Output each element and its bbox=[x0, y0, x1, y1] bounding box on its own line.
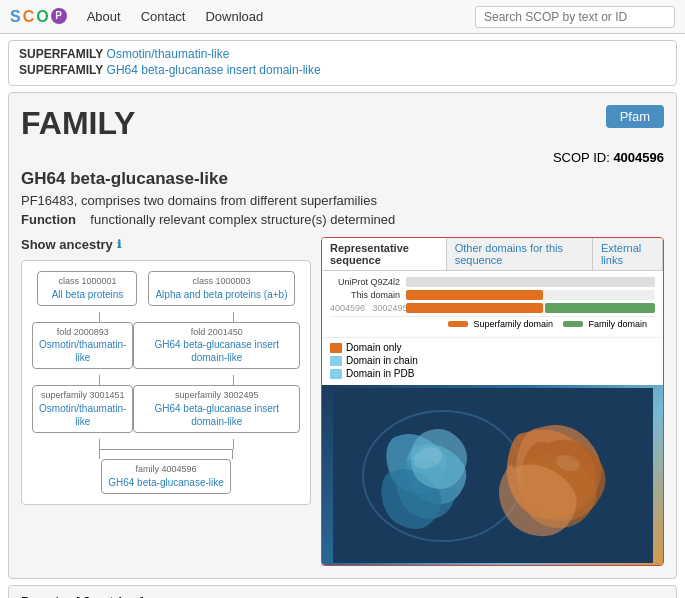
seq-label-2: 4004596 3002495 bbox=[330, 303, 400, 313]
structure-svg bbox=[333, 388, 653, 563]
nav-download[interactable]: Download bbox=[205, 9, 263, 24]
seq-bar-1 bbox=[406, 290, 655, 300]
family-header: FAMILY Pfam bbox=[21, 105, 664, 142]
class-node-2: class 1000003 Alpha and beta proteins (a… bbox=[148, 271, 294, 306]
seq-legend: Superfamily domain Family domain bbox=[330, 316, 655, 331]
bc-link-2[interactable]: GH64 beta-glucanase insert domain-like bbox=[107, 63, 321, 77]
domains-title: Domains [ bbox=[21, 594, 83, 598]
family-title: FAMILY bbox=[21, 105, 135, 142]
structure-panel: Representative sequence Other domains fo… bbox=[321, 237, 664, 566]
domains-count: 2 entries bbox=[83, 594, 136, 598]
navbar: S C O P About Contact Download bbox=[0, 0, 685, 34]
search-input[interactable] bbox=[475, 6, 675, 28]
breadcrumb-line-1: SUPERFAMILY Osmotin/thaumatin-like bbox=[19, 47, 666, 61]
domains-header: Domains [ 2 entries ] bbox=[9, 586, 676, 598]
dl-text-1: Domain only bbox=[346, 342, 402, 353]
fold-node-2: fold 2001450 GH64 beta-glucanase insert … bbox=[133, 322, 300, 370]
seq-bar-0 bbox=[406, 277, 655, 287]
fold-link-1[interactable]: Osmotin/thaumatin-like bbox=[39, 339, 126, 363]
structure-image bbox=[322, 385, 663, 565]
content-columns: Show ancestry ℹ class 1000001 All beta p… bbox=[21, 237, 664, 566]
pfam-button[interactable]: Pfam bbox=[606, 105, 664, 128]
graph-row-sf: superfamily 3001451 Osmotin/thaumatin-li… bbox=[32, 385, 300, 433]
legend-fam: Family domain bbox=[563, 319, 647, 329]
dl-box-2 bbox=[330, 356, 342, 366]
dl-item-3: Domain in PDB bbox=[330, 368, 655, 379]
breadcrumb-bar: SUPERFAMILY Osmotin/thaumatin-like SUPER… bbox=[8, 40, 677, 86]
graph-row-class: class 1000001 All beta proteins class 10… bbox=[32, 271, 300, 306]
seq-row-1: This domain bbox=[330, 290, 655, 300]
dl-box-3 bbox=[330, 369, 342, 379]
domains-title-close: ] bbox=[140, 594, 144, 598]
family-pf-desc: PF16483, comprises two domains from diff… bbox=[21, 193, 664, 208]
dl-box-1 bbox=[330, 343, 342, 353]
fold-link-2[interactable]: GH64 beta-glucanase insert domain-like bbox=[154, 339, 279, 363]
family-node-link[interactable]: GH64 beta-glucanase-like bbox=[108, 477, 224, 488]
nav-about[interactable]: About bbox=[87, 9, 121, 24]
domain-legend: Domain only Domain in chain Domain in PD… bbox=[322, 337, 663, 385]
seq-tab-ext[interactable]: External links bbox=[593, 238, 663, 270]
scop-id-value: 4004596 bbox=[613, 150, 664, 165]
dl-text-3: Domain in PDB bbox=[346, 368, 414, 379]
logo-s: S bbox=[10, 8, 21, 26]
seq-row-0: UniProt Q9Z4l2 bbox=[330, 277, 655, 287]
seq-viz: UniProt Q9Z4l2 This domain 4004596 30024… bbox=[322, 271, 663, 337]
seq-label-1: This domain bbox=[330, 290, 400, 300]
ancestry-info-icon[interactable]: ℹ bbox=[117, 238, 121, 251]
graph-row-fold: fold 2000893 Osmotin/thaumatin-like fold… bbox=[32, 322, 300, 370]
nav-contact[interactable]: Contact bbox=[141, 9, 186, 24]
scop-id-label: SCOP ID: bbox=[553, 150, 610, 165]
ancestry-title: Show ancestry ℹ bbox=[21, 237, 311, 252]
ancestry-panel: Show ancestry ℹ class 1000001 All beta p… bbox=[21, 237, 311, 566]
dl-item-2: Domain in chain bbox=[330, 355, 655, 366]
dl-text-2: Domain in chain bbox=[346, 355, 418, 366]
graph-row-family: family 4004596 GH64 beta-glucanase-like bbox=[32, 459, 300, 494]
seq-label-0: UniProt Q9Z4l2 bbox=[330, 277, 400, 287]
ancestry-graph: class 1000001 All beta proteins class 10… bbox=[21, 260, 311, 505]
fam-domain-label: Family domain bbox=[588, 319, 647, 329]
sf-node-2: superfamily 3002495 GH64 beta-glucanase … bbox=[133, 385, 300, 433]
family-node: family 4004596 GH64 beta-glucanase-like bbox=[101, 459, 231, 494]
sf-link-2[interactable]: GH64 beta-glucanase insert domain-like bbox=[154, 403, 279, 427]
fold-node-1: fold 2000893 Osmotin/thaumatin-like bbox=[32, 322, 133, 370]
scop-id-row: SCOP ID: 4004596 bbox=[21, 150, 664, 165]
sf-domain-dot bbox=[448, 321, 468, 327]
family-function: Function functionally relevant complex s… bbox=[21, 212, 664, 227]
class-node-1: class 1000001 All beta proteins bbox=[37, 271, 137, 306]
logo-o: O bbox=[36, 8, 48, 26]
seq-tab-rep[interactable]: Representative sequence bbox=[322, 238, 447, 270]
family-name: GH64 beta-glucanase-like bbox=[21, 169, 664, 189]
logo-c: C bbox=[23, 8, 35, 26]
bc-label-2: SUPERFAMILY bbox=[19, 63, 103, 77]
seq-tabs: Representative sequence Other domains fo… bbox=[322, 238, 663, 271]
sf-link-1[interactable]: Osmotin/thaumatin-like bbox=[39, 403, 126, 427]
class-link-1[interactable]: All beta proteins bbox=[52, 289, 124, 300]
nav-links: About Contact Download bbox=[87, 9, 264, 24]
function-label: Function bbox=[21, 212, 76, 227]
main-panel: FAMILY Pfam SCOP ID: 4004596 GH64 beta-g… bbox=[8, 92, 677, 579]
function-text: functionally relevant complex structure(… bbox=[90, 212, 395, 227]
dl-item-1: Domain only bbox=[330, 342, 655, 353]
legend-sf: Superfamily domain bbox=[448, 319, 553, 329]
bc-label-1: SUPERFAMILY bbox=[19, 47, 103, 61]
seq-bar-2 bbox=[406, 303, 655, 313]
bc-link-1[interactable]: Osmotin/thaumatin-like bbox=[107, 47, 230, 61]
seq-row-2: 4004596 3002495 bbox=[330, 303, 655, 313]
site-logo: S C O P bbox=[10, 8, 67, 26]
sf-domain-label: Superfamily domain bbox=[473, 319, 553, 329]
domains-panel: Domains [ 2 entries ] ID Region Links Pr… bbox=[8, 585, 677, 598]
breadcrumb-line-2: SUPERFAMILY GH64 beta-glucanase insert d… bbox=[19, 63, 666, 77]
logo-p: P bbox=[51, 8, 67, 24]
seq-tab-other[interactable]: Other domains for this sequence bbox=[447, 238, 593, 270]
class-link-2[interactable]: Alpha and beta proteins (a+b) bbox=[155, 289, 287, 300]
fam-domain-dot bbox=[563, 321, 583, 327]
sf-node-1: superfamily 3001451 Osmotin/thaumatin-li… bbox=[32, 385, 133, 433]
